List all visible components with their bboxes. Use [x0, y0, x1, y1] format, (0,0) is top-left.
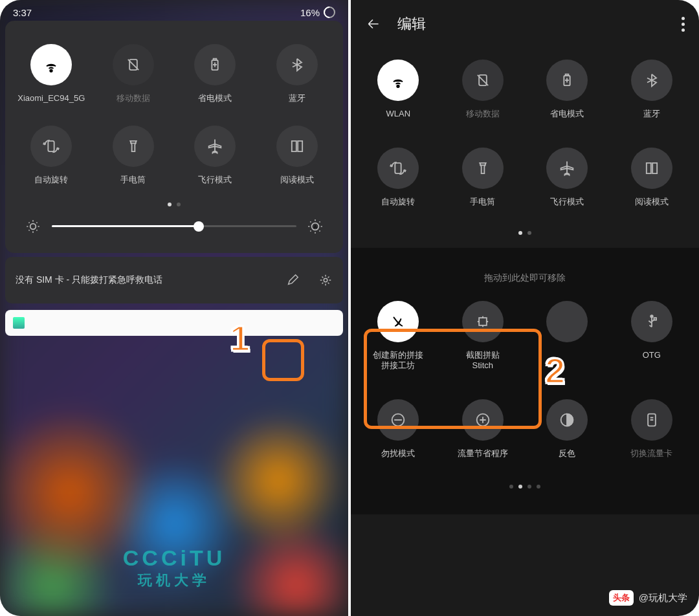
status-battery: 16% — [300, 7, 320, 18]
screen-quicksettings: 3:37 16% Xiaomi_EC94_5G移动数据省电模式蓝牙自动旋转手电筒… — [0, 0, 348, 616]
bluetooth-icon[interactable] — [631, 60, 672, 101]
qs-tile-label: 手电筒 — [470, 197, 495, 207]
qs-tile[interactable]: 创建新的拼接 拼接工坊 — [357, 301, 439, 371]
qs-tile[interactable]: 移动数据 — [94, 44, 173, 104]
back-arrow-icon[interactable] — [365, 16, 382, 32]
wifi-icon[interactable] — [377, 60, 419, 101]
qs-tile-label: 创建新的拼接 拼接工坊 — [373, 350, 423, 371]
overflow-menu-icon[interactable] — [682, 17, 685, 32]
airplane-icon[interactable] — [546, 148, 588, 189]
screen-edit: 编辑 WLAN移动数据省电模式蓝牙自动旋转手电筒飞行模式阅读模式 拖动到此处即可… — [351, 0, 699, 616]
qs-tile-label: 阅读模式 — [635, 197, 669, 207]
sim-status-text: 没有 SIM 卡 - 只能拨打紧急呼救电话 — [16, 274, 162, 286]
read-icon[interactable] — [631, 148, 672, 189]
qs-tile-label: 自动旋转 — [34, 175, 68, 185]
quick-settings-panel: Xiaomi_EC94_5G移动数据省电模式蓝牙自动旋转手电筒飞行模式阅读模式 — [5, 21, 343, 253]
stitch-icon[interactable] — [462, 301, 504, 342]
highlight-1 — [262, 339, 304, 381]
page-indicator — [12, 203, 337, 206]
no-sim-icon[interactable] — [113, 44, 154, 85]
notification-card[interactable] — [5, 310, 343, 336]
qs-tile[interactable] — [526, 301, 608, 371]
qs-tile[interactable]: 切换流量卡 — [611, 399, 693, 459]
qs-tile-label: 反色 — [559, 448, 575, 459]
pencil-icon — [285, 273, 300, 287]
data-saver-icon[interactable] — [462, 399, 504, 441]
qs-tile[interactable]: 反色 — [526, 399, 608, 459]
callout-2: 2 — [545, 349, 565, 391]
qs-tile[interactable]: 省电模式 — [175, 44, 255, 104]
qs-tile[interactable]: WLAN — [357, 60, 439, 119]
brightness-slider[interactable] — [52, 225, 296, 227]
qs-tile-label: 省电模式 — [198, 93, 232, 104]
rotate-icon[interactable] — [377, 148, 419, 189]
qs-tile-label: 蓝牙 — [643, 109, 660, 119]
watermark-left: CCCiTU 玩机大学 — [123, 545, 225, 590]
invert-icon[interactable] — [546, 399, 588, 441]
battery-ring-icon — [324, 6, 335, 18]
edit-active-tiles: WLAN移动数据省电模式蓝牙自动旋转手电筒飞行模式阅读模式 — [351, 40, 699, 235]
qs-tile[interactable]: 自动旋转 — [357, 148, 439, 207]
qs-tile-label: Xiaomi_EC94_5G — [17, 93, 85, 104]
edit-button[interactable] — [278, 266, 307, 294]
stitch-create-icon[interactable] — [377, 301, 419, 342]
qs-tile-label: 自动旋转 — [381, 197, 415, 207]
qs-tile[interactable]: 飞行模式 — [175, 126, 255, 185]
qs-tile-label: 切换流量卡 — [630, 448, 672, 459]
qs-tile[interactable]: 手电筒 — [94, 126, 173, 185]
gear-icon[interactable] — [318, 273, 333, 287]
qs-tile-label: OTG — [643, 350, 661, 360]
qs-tile-label: 蓝牙 — [289, 93, 305, 104]
qs-tile[interactable]: 阅读模式 — [611, 148, 693, 207]
qs-tile[interactable]: 手电筒 — [442, 148, 524, 207]
qs-tile[interactable]: Xiaomi_EC94_5G — [12, 44, 91, 104]
qs-tile-label: 移动数据 — [466, 109, 500, 119]
sim-switch-icon[interactable] — [631, 399, 672, 441]
qs-tile[interactable]: 阅读模式 — [258, 126, 337, 185]
status-bar: 3:37 16% — [0, 0, 348, 21]
dnd-icon[interactable] — [377, 399, 419, 441]
blank-icon[interactable] — [546, 301, 588, 342]
flashlight-icon[interactable] — [462, 148, 504, 189]
edit-title: 编辑 — [397, 14, 426, 34]
qs-tile-label: 省电模式 — [550, 109, 584, 119]
watermark-toutiao: 头条 @玩机大学 — [609, 590, 687, 606]
qs-tile-label: 飞行模式 — [550, 197, 584, 207]
qs-tile-label: 阅读模式 — [280, 175, 314, 185]
qs-tile[interactable]: 流量节省程序 — [442, 399, 524, 459]
no-sim-icon[interactable] — [462, 60, 504, 101]
bluetooth-icon[interactable] — [276, 44, 318, 85]
notification-app-icon — [13, 317, 25, 329]
qs-tile[interactable]: 移动数据 — [442, 60, 524, 119]
qs-tile[interactable]: 自动旋转 — [12, 126, 91, 185]
drop-hint: 拖动到此处即可移除 — [357, 272, 693, 284]
battery-icon[interactable] — [546, 60, 588, 101]
callout-1: 1 — [230, 317, 250, 359]
qs-tile[interactable]: 飞行模式 — [526, 148, 608, 207]
rotate-icon[interactable] — [30, 126, 72, 167]
read-icon[interactable] — [276, 126, 318, 167]
brightness-row — [12, 212, 337, 244]
page-indicator — [357, 231, 693, 235]
brightness-auto-icon[interactable] — [307, 218, 324, 235]
qs-tile-label: 飞行模式 — [198, 175, 232, 185]
qs-tile[interactable]: 蓝牙 — [611, 60, 693, 119]
brightness-low-icon — [25, 218, 41, 235]
flashlight-icon[interactable] — [113, 126, 154, 167]
edit-inactive-tiles: 拖动到此处即可移除 创建新的拼接 拼接工坊截图拼贴 StitchOTG勿扰模式流… — [351, 248, 699, 515]
sim-status-row: 没有 SIM 卡 - 只能拨打紧急呼救电话 — [5, 257, 343, 303]
wifi-icon[interactable] — [30, 44, 72, 85]
edit-header: 编辑 — [351, 0, 699, 40]
qs-tile[interactable]: 截图拼贴 Stitch — [442, 301, 524, 371]
status-time: 3:37 — [13, 7, 32, 18]
qs-tile-label: WLAN — [386, 109, 410, 119]
page-indicator-lower — [357, 485, 693, 489]
airplane-icon[interactable] — [194, 126, 236, 167]
qs-tile-label: 手电筒 — [120, 175, 146, 185]
qs-tile[interactable]: 省电模式 — [526, 60, 608, 119]
battery-icon[interactable] — [194, 44, 236, 85]
usb-icon[interactable] — [631, 301, 672, 342]
qs-tile[interactable]: OTG — [611, 301, 693, 371]
qs-tile[interactable]: 蓝牙 — [258, 44, 337, 104]
qs-tile[interactable]: 勿扰模式 — [357, 399, 439, 459]
